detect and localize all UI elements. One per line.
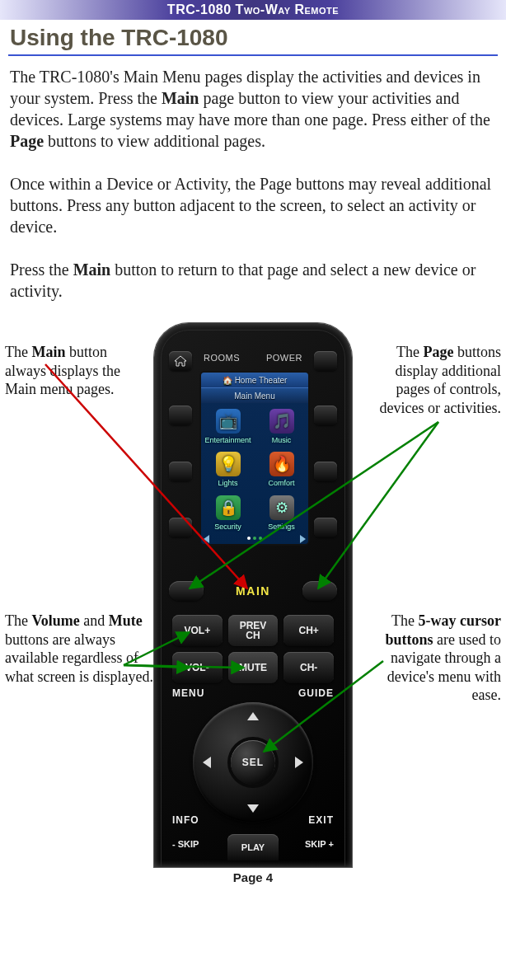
right-softkey-1[interactable] xyxy=(314,406,337,425)
header-text: TRC-1080 Two-Way Remote xyxy=(167,2,339,16)
left-softkey-1[interactable] xyxy=(169,406,192,425)
main-label[interactable]: MAIN xyxy=(204,584,302,598)
left-softkey-2[interactable] xyxy=(169,462,192,481)
screen-item-comfort[interactable]: 🔥Comfort xyxy=(255,447,308,490)
screen-item-security[interactable]: 🔒Security xyxy=(201,490,255,533)
body-text: The TRC-1080's Main Menu pages display t… xyxy=(0,66,506,302)
exit-button[interactable]: EXIT xyxy=(308,814,334,826)
screen-item-settings[interactable]: ⚙Settings xyxy=(255,490,308,533)
screen-item-lights[interactable]: 💡Lights xyxy=(201,447,255,490)
prev-ch-button[interactable]: PREVCH xyxy=(228,615,279,646)
power-button[interactable] xyxy=(314,351,337,371)
mute-button[interactable]: MUTE xyxy=(228,652,279,683)
right-softkey-2[interactable] xyxy=(314,462,337,481)
right-softkey-3[interactable] xyxy=(314,518,337,537)
skip-fwd-button[interactable]: SKIP + xyxy=(283,834,334,849)
diagram-area: The Main button always displays the Main… xyxy=(0,323,506,867)
paragraph-3: Press the Main button to return to that … xyxy=(10,259,496,302)
left-softkey-3[interactable] xyxy=(169,518,192,537)
header-bar: TRC-1080 Two-Way Remote xyxy=(0,0,506,20)
play-button[interactable]: PLAY xyxy=(227,834,279,860)
dpad-down[interactable] xyxy=(247,804,259,813)
ch-plus-button[interactable]: CH+ xyxy=(283,615,334,646)
page-footer: Page 4 xyxy=(0,870,506,884)
dpad: SEL xyxy=(193,702,313,823)
callout-volmute: The Volume and Mute buttons are always a… xyxy=(5,612,153,686)
sel-button[interactable]: SEL xyxy=(231,740,275,785)
guide-button[interactable]: GUIDE xyxy=(298,687,334,699)
screen-item-music[interactable]: 🎵Music xyxy=(255,403,308,447)
screen-item-entertainment[interactable]: 📺Entertainment xyxy=(201,403,255,447)
home-button[interactable] xyxy=(169,351,192,371)
vol-minus-button[interactable]: VOL- xyxy=(172,652,223,683)
callout-main: The Main button always displays the Main… xyxy=(5,343,152,399)
paragraph-2: Once within a Device or Activity, the Pa… xyxy=(10,173,496,237)
ch-minus-button[interactable]: CH- xyxy=(283,652,334,683)
page-title: Using the TRC-1080 xyxy=(10,25,496,51)
screen-title: Main Menu xyxy=(201,387,308,403)
info-button[interactable]: INFO xyxy=(172,814,199,826)
dpad-left[interactable] xyxy=(203,757,211,768)
screen-breadcrumb: 🏠Home Theater xyxy=(201,373,308,387)
page-right-button[interactable] xyxy=(302,581,337,601)
menu-button[interactable]: MENU xyxy=(172,687,204,699)
vol-plus-button[interactable]: VOL+ xyxy=(172,615,223,646)
page-left-button[interactable] xyxy=(169,581,204,601)
paragraph-1: The TRC-1080's Main Menu pages display t… xyxy=(10,66,496,152)
dpad-right[interactable] xyxy=(295,757,303,768)
title-rule xyxy=(8,54,498,56)
remote-device: ROOMS POWER 🏠Home Theater Main Menu 📺Ent… xyxy=(154,323,352,867)
skip-back-button[interactable]: - SKIP xyxy=(172,834,223,849)
callout-cursor: The 5-way cursor buttons are used to nav… xyxy=(361,612,501,705)
power-label: POWER xyxy=(266,353,302,363)
callout-page: The Page buttons display additional page… xyxy=(358,343,501,417)
remote-screen: 🏠Home Theater Main Menu 📺Entertainment 🎵… xyxy=(199,371,310,546)
rooms-label: ROOMS xyxy=(204,353,240,363)
dpad-up[interactable] xyxy=(247,712,259,720)
